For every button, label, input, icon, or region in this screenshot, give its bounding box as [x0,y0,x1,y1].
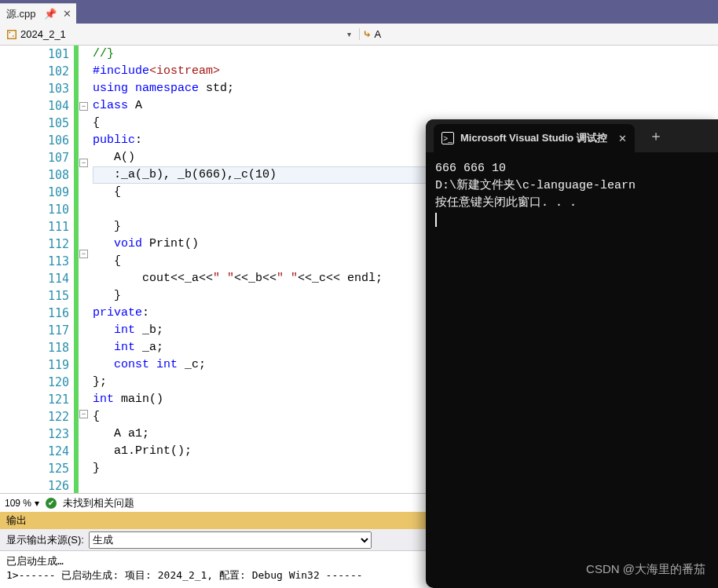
member-scope-selector[interactable]: ⤷ A [359,28,716,40]
terminal-body[interactable]: 666 666 10D:\新建文件夹\c-language-learn按任意键关… [426,152,718,237]
code-line[interactable]: using namespace std; [93,80,718,97]
fold-toggle[interactable]: − [79,410,88,418]
line-number: 121 [0,391,69,408]
code-line[interactable]: class A [93,97,718,115]
line-number: 104 [0,97,69,115]
class-scope-label: 2024_2_1 [20,28,66,40]
line-number: 115 [0,287,69,305]
output-source-select[interactable]: 生成 [89,531,372,549]
class-scope-selector[interactable]: 2024_2_1 ▾ [3,28,359,40]
line-number: 103 [0,80,69,97]
zoom-value: 109 % [5,498,31,509]
zoom-selector[interactable]: 109 % ▾ [5,498,39,509]
close-icon[interactable]: ✕ [63,8,71,20]
ide-tab-bar: 源.cpp 📌 ✕ [0,0,718,24]
debug-console-window[interactable]: >_ Microsoft Visual Studio 调试控 ✕ ＋ 666 6… [426,119,718,588]
terminal-line: 666 666 10 [435,160,709,177]
class-member-selector-bar: 2024_2_1 ▾ ⤷ A [0,24,718,46]
output-title: 输出 [6,513,27,528]
pin-icon[interactable]: 📌 [44,8,57,20]
output-source-label: 显示输出来源(S): [6,533,84,547]
line-number: 105 [0,115,69,132]
method-icon: ⤷ [363,28,372,40]
class-icon [6,29,17,40]
line-number: 124 [0,443,69,460]
terminal-titlebar[interactable]: >_ Microsoft Visual Studio 调试控 ✕ ＋ [426,119,718,152]
svg-point-2 [13,35,14,36]
fold-toggle[interactable]: − [79,159,88,167]
terminal-line: 按任意键关闭此窗口. . . [435,195,709,212]
line-number: 110 [0,201,69,218]
svg-point-1 [9,31,11,33]
new-tab-button[interactable]: ＋ [649,126,663,145]
check-icon: ✔ [46,498,57,509]
watermark: CSDN @大海里的番茄 [586,562,705,577]
line-number: 125 [0,460,69,477]
line-number: 106 [0,132,69,149]
chevron-down-icon[interactable]: ▾ [343,30,356,38]
fold-toggle[interactable]: − [79,102,88,111]
code-line[interactable]: #include<iostream> [93,63,718,80]
line-number: 116 [0,305,69,322]
line-number: 114 [0,270,69,287]
line-number: 118 [0,339,69,356]
line-number: 122 [0,408,69,425]
line-number: 108 [0,166,69,184]
issues-status: 未找到相关问题 [63,496,134,510]
terminal-icon: >_ [441,132,454,144]
terminal-line: D:\新建文件夹\c-language-learn [435,177,709,195]
member-scope-label: A [375,28,382,40]
terminal-tab[interactable]: >_ Microsoft Visual Studio 调试控 ✕ [434,124,635,152]
line-number: 123 [0,425,69,443]
line-number: 119 [0,356,69,374]
line-number: 101 [0,46,69,63]
svg-rect-0 [8,30,16,38]
fold-toggle[interactable]: − [79,250,88,258]
fold-column: −−−− [79,46,90,493]
code-line[interactable]: //} [93,46,718,63]
close-icon[interactable]: ✕ [618,133,627,144]
file-tab[interactable]: 源.cpp 📌 ✕ [0,3,76,24]
line-number: 113 [0,253,69,270]
line-number: 111 [0,218,69,236]
line-number: 120 [0,374,69,391]
terminal-tab-title: Microsoft Visual Studio 调试控 [460,131,607,145]
file-tab-label: 源.cpp [6,7,36,21]
line-number: 109 [0,184,69,201]
line-number: 102 [0,63,69,80]
line-number: 117 [0,322,69,339]
terminal-cursor [435,213,437,227]
line-number: 126 [0,477,69,495]
line-number: 112 [0,236,69,253]
line-number: 107 [0,149,69,166]
line-number-gutter: 1011021031041051061071081091101111121131… [0,46,74,493]
chevron-down-icon: ▾ [35,498,39,509]
